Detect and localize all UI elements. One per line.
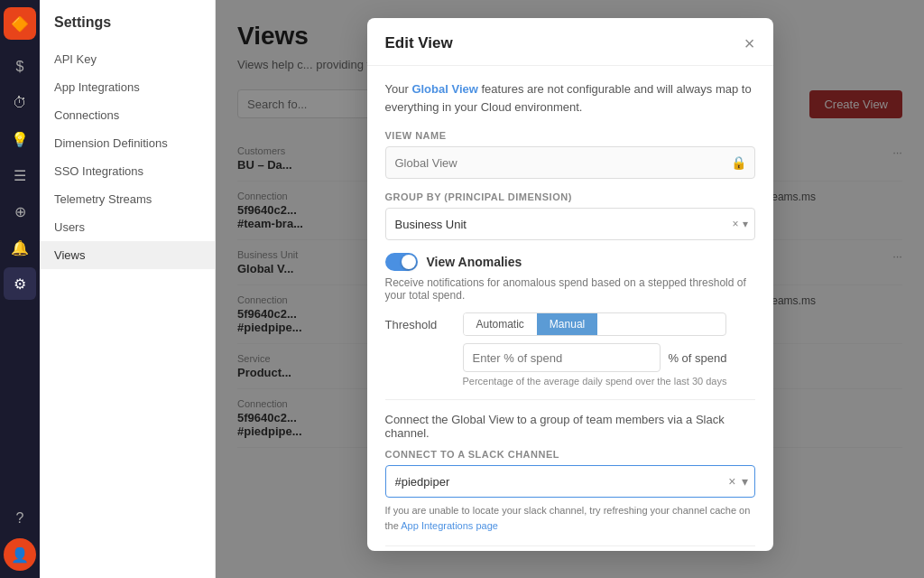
bell-icon[interactable]: 🔔 [4,231,36,264]
sidebar-item-app-integrations[interactable]: App Integrations [40,73,215,101]
view-anomalies-toggle-row: View Anomalies [385,253,755,271]
bulb-icon[interactable]: 💡 [4,123,36,155]
sidebar-item-views[interactable]: Views [40,241,215,269]
slack-channel-input[interactable] [385,465,755,498]
view-name-input-wrapper: 🔒 [385,146,755,179]
modal-body: Your Global View features are not config… [367,66,773,551]
group-by-label: Group by (Principal Dimension) [385,191,755,202]
user-avatar[interactable]: 👤 [4,538,36,571]
section-divider [385,399,755,400]
sidebar-icons: 🔶 $ ⏱ 💡 ☰ ⊕ 🔔 ⚙ ? 👤 [0,0,40,578]
section-divider-2 [385,545,755,546]
list-icon[interactable]: ☰ [4,159,36,191]
help-icon[interactable]: ? [4,502,36,535]
modal-close-button[interactable]: × [744,34,755,52]
slack-channel-label: Connect to a Slack channel [385,449,755,460]
view-anomalies-toggle[interactable] [385,253,418,271]
threshold-label: Threshold [385,312,448,331]
sidebar-item-api-key[interactable]: API Key [40,45,215,73]
threshold-controls: Automatic Manual % of spend Percentage o… [463,312,727,387]
gear-icon[interactable]: ⚙ [4,267,36,300]
logo-icon[interactable]: 🔶 [4,7,36,40]
spend-input-row: % of spend [463,343,727,372]
global-view-link[interactable]: Global View [411,82,477,96]
target-icon[interactable]: ⊕ [4,195,36,228]
threshold-tabs: Automatic Manual [463,312,727,336]
dollar-icon[interactable]: $ [4,51,36,83]
clear-slack-icon[interactable]: × [728,474,735,489]
modal-header: Edit View × [367,18,773,66]
lock-icon: 🔒 [731,155,746,170]
sidebar-item-users[interactable]: Users [40,213,215,241]
sidebar-item-connections[interactable]: Connections [40,101,215,129]
slack-hint: If you are unable to locate your slack c… [385,503,755,533]
threshold-tab-manual[interactable]: Manual [537,313,597,335]
clock-icon[interactable]: ⏱ [4,87,36,119]
spend-hint: Percentage of the average daily spend ov… [463,376,727,387]
slack-section-desc: Connect the Global View to a group of te… [385,413,755,440]
view-name-label: View Name [385,130,755,141]
view-anomalies-desc: Receive notifications for anomalous spen… [385,276,755,302]
modal-overlay: Edit View × Your Global View features ar… [216,0,924,578]
sidebar-item-dimension-definitions[interactable]: Dimension Definitions [40,129,215,157]
spend-input-container: % of spend Percentage of the average dai… [463,343,727,387]
slack-channel-group: Connect to a Slack channel × ▾ If you ar… [385,449,755,533]
slack-input-icons: × ▾ [728,474,747,489]
app-integrations-link[interactable]: App Integrations page [401,520,498,531]
group-by-select-wrapper: Business Unit × ▾ [385,208,755,240]
toggle-knob [402,255,416,269]
view-name-input[interactable] [385,146,755,179]
threshold-row: Threshold Automatic Manual % of spend Pe… [385,312,755,387]
spend-input[interactable] [463,343,661,372]
main-content: Views Views help c... providing ta... Cr… [216,0,924,578]
modal-info-text: Your Global View features are not config… [385,80,755,116]
view-anomalies-label: View Anomalies [427,255,522,269]
slack-input-wrapper: × ▾ [385,465,755,498]
sidebar-title: Settings [40,14,215,45]
sidebar-item-sso-integrations[interactable]: SSO Integrations [40,157,215,185]
modal-title: Edit View [385,34,453,52]
chevron-down-slack-icon[interactable]: ▾ [742,474,748,489]
view-name-group: View Name 🔒 [385,130,755,179]
group-by-group: Group by (Principal Dimension) Business … [385,191,755,240]
sidebar-nav: Settings API Key App Integrations Connec… [40,0,216,578]
sidebar-item-telemetry-streams[interactable]: Telemetry Streams [40,185,215,213]
threshold-tab-automatic[interactable]: Automatic [464,313,537,335]
edit-view-modal: Edit View × Your Global View features ar… [367,18,773,551]
group-by-select[interactable]: Business Unit [385,208,755,240]
spend-unit-label: % of spend [668,351,726,365]
